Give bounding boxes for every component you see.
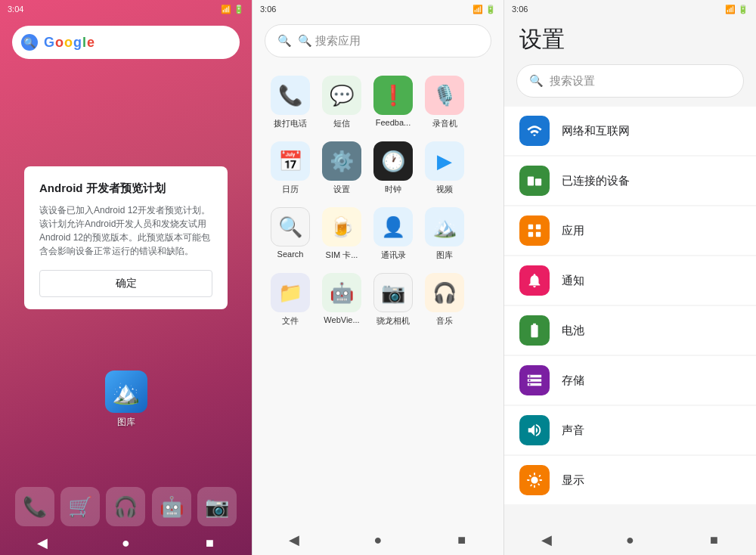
app-calendar-label: 日历 <box>282 184 299 195</box>
settings-item-display[interactable]: 显示 <box>504 456 756 504</box>
sound-icon <box>519 415 550 445</box>
dock-store[interactable]: 🛒 <box>60 487 100 526</box>
app-search[interactable]: 🔍 Search <box>268 207 313 261</box>
screen2-back-button[interactable]: ◀ <box>285 531 303 549</box>
settings-apps-label: 应用 <box>562 224 584 238</box>
android-developer-dialog: Android 开发者预览计划 该设备已加入Android 12开发者预览计划。… <box>24 166 228 309</box>
screen1-homescreen: 3:04 📶 🔋 🔍 Google Android 开发者预览计划 该设备已加入… <box>0 0 252 555</box>
settings-item-sound[interactable]: 声音 <box>504 406 756 454</box>
settings-network-label: 网络和互联网 <box>562 124 630 138</box>
app-snapcamera-icon: 📷 <box>373 273 413 312</box>
google-logo-text: Google <box>44 35 95 51</box>
app-video-label: 视频 <box>436 184 453 195</box>
screen2-home-button[interactable]: ● <box>369 531 387 549</box>
storage-icon <box>519 365 550 395</box>
screen3-back-button[interactable]: ◀ <box>538 531 556 549</box>
settings-item-storage[interactable]: 存储 <box>504 356 756 405</box>
connected-devices-icon <box>519 166 550 196</box>
screen1-back-button[interactable]: ◀ <box>33 534 51 552</box>
svg-rect-4 <box>528 225 533 229</box>
dialog-confirm-button[interactable]: 确定 <box>39 270 212 297</box>
apps-icon <box>519 215 550 246</box>
screen2-navbar: ◀ ● ■ <box>253 528 503 555</box>
screen3-recents-button[interactable]: ■ <box>705 531 723 549</box>
screen3-statusbar: 3:06 📶 🔋 <box>504 0 756 18</box>
search-apps-bar[interactable]: 🔍 🔍 搜索应用 <box>265 24 491 57</box>
settings-sound-label: 声音 <box>562 423 584 438</box>
settings-item-notifications[interactable]: 通知 <box>504 256 756 305</box>
app-settings[interactable]: ⚙️ 设置 <box>319 141 364 195</box>
app-phone[interactable]: 📞 拨打电话 <box>268 76 313 129</box>
app-settings-label: 设置 <box>333 184 350 195</box>
app-snapcamera[interactable]: 📷 骁龙相机 <box>370 273 416 327</box>
app-music-label: 音乐 <box>436 315 453 327</box>
app-webview-icon: 🤖 <box>322 273 361 312</box>
dock-camera-icon: 📷 <box>205 495 229 519</box>
screen3-signal-icon: 📶 <box>725 5 736 14</box>
settings-item-connected-devices[interactable]: 已连接的设备 <box>504 157 756 205</box>
dock-android[interactable]: 🤖 <box>152 487 191 526</box>
app-feedback[interactable]: ❗ Feedba... <box>370 76 416 129</box>
bottom-dock: 📞 🛒 🎧 🤖 📷 ◀ ● ■ <box>0 479 252 555</box>
screen1-home-button[interactable]: ● <box>117 534 135 552</box>
app-search-label: Search <box>277 250 304 259</box>
dock-phone[interactable]: 📞 <box>15 487 54 526</box>
screen3-home-button[interactable]: ● <box>621 531 640 549</box>
gallery-icon-home[interactable]: 🏔️ 图库 <box>105 371 147 429</box>
settings-display-label: 显示 <box>562 473 584 488</box>
app-feedback-label: Feedba... <box>376 118 411 127</box>
screen1-statusbar-right: 📶 🔋 <box>221 5 244 14</box>
app-webview[interactable]: 🤖 WebVie... <box>319 273 364 327</box>
screen1-recents-button[interactable]: ■ <box>201 534 219 552</box>
display-icon <box>519 465 550 495</box>
settings-notifications-label: 通知 <box>562 274 584 288</box>
screen1-navbar: ◀ ● ■ <box>0 534 252 555</box>
app-clock[interactable]: 🕐 时钟 <box>370 141 416 195</box>
settings-item-network[interactable]: 网络和互联网 <box>504 107 756 155</box>
search-apps-icon: 🔍 <box>277 34 292 48</box>
screen2-time: 3:06 <box>260 5 276 14</box>
screen2-recents-button[interactable]: ■ <box>453 531 471 549</box>
dock-camera[interactable]: 📷 <box>197 487 237 526</box>
app-video-icon: ▶ <box>425 141 464 181</box>
app-music[interactable]: 🎧 音乐 <box>422 273 467 327</box>
screen1-statusbar: 3:04 📶 🔋 <box>0 0 252 18</box>
app-files[interactable]: 📁 文件 <box>268 273 313 327</box>
wifi-icon <box>519 116 550 146</box>
screen3-time: 3:06 <box>512 5 528 14</box>
settings-storage-label: 存储 <box>562 374 584 388</box>
app-contacts[interactable]: 👤 通讯录 <box>370 207 416 261</box>
app-files-icon: 📁 <box>271 273 310 312</box>
search-settings-icon: 🔍 <box>529 74 544 88</box>
google-search-bar[interactable]: 🔍 Google <box>12 26 240 59</box>
bell-icon <box>519 265 550 296</box>
app-sms-label: 短信 <box>333 118 350 129</box>
gallery-app-icon: 🏔️ <box>105 371 147 413</box>
search-settings-bar[interactable]: 🔍 搜索设置 <box>516 64 744 98</box>
settings-battery-label: 电池 <box>562 324 584 338</box>
screen1-signal-icon: 📶 <box>221 5 231 14</box>
screen1-battery-icon: 🔋 <box>234 5 244 14</box>
screen3-statusbar-right: 📶 🔋 <box>725 5 748 14</box>
app-gallery[interactable]: 🏔️ 图库 <box>422 207 467 261</box>
dialog-content: 该设备已加入Android 12开发者预览计划。该计划允许Android开发人员… <box>39 203 212 258</box>
apps-grid: 📞 拨打电话 💬 短信 ❗ Feedba... 🎙️ 录音机 📅 <box>253 64 503 339</box>
dock-music[interactable]: 🎧 <box>106 487 145 526</box>
app-calendar[interactable]: 📅 日历 <box>268 141 313 195</box>
svg-rect-6 <box>528 232 533 237</box>
svg-point-2 <box>530 183 531 184</box>
app-phone-icon: 📞 <box>271 76 310 115</box>
app-feedback-icon: ❗ <box>373 76 413 115</box>
svg-point-3 <box>538 183 539 184</box>
settings-item-battery[interactable]: 电池 <box>504 306 756 355</box>
app-sim[interactable]: 🍺 SIM 卡... <box>319 207 364 261</box>
app-sms[interactable]: 💬 短信 <box>319 76 364 129</box>
app-music-icon: 🎧 <box>425 273 464 312</box>
app-phone-label: 拨打电话 <box>274 118 307 129</box>
dock-phone-icon: 📞 <box>23 495 47 519</box>
app-recorder[interactable]: 🎙️ 录音机 <box>422 76 467 129</box>
app-sms-icon: 💬 <box>322 76 361 115</box>
settings-item-apps[interactable]: 应用 <box>504 206 756 255</box>
app-video[interactable]: ▶ 视频 <box>422 141 467 195</box>
screen2-appdrawer: 3:06 📶 🔋 🔍 🔍 搜索应用 📞 拨打电话 💬 短信 ❗ <box>252 0 504 555</box>
